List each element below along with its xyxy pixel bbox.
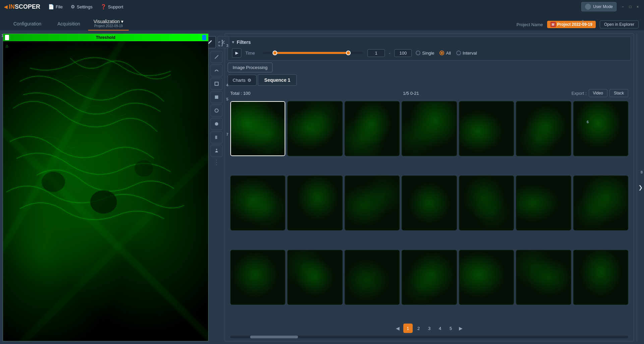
tab-acquisition[interactable]: Acquisition [49,18,88,30]
grid-item-1[interactable] [230,101,285,156]
slider-thumb-left[interactable] [273,51,277,55]
grid-item-1-image [231,102,285,155]
time-play-button[interactable]: ▶ [232,48,241,58]
page-3-button[interactable]: 3 [425,324,434,333]
grid-item-5[interactable] [459,101,514,156]
shape-tool[interactable] [211,131,223,143]
circle-outline-tool[interactable] [211,105,223,117]
page-2-button[interactable]: 2 [414,324,423,333]
circle-filled-tool[interactable] [211,118,223,130]
interval-radio[interactable]: Interval [456,51,477,56]
line-tool[interactable] [211,51,223,63]
time-filter-row: ▶ Time 1 - 100 Single [232,48,627,58]
project-name-value: Project 2022-09-19 [557,22,592,27]
file-menu[interactable]: 📄 File [48,4,63,9]
grid-item-16[interactable] [287,250,342,305]
page-5-button[interactable]: 5 [446,324,456,333]
grid-item-21[interactable] [573,250,628,305]
svg-point-8 [216,149,217,150]
grid-item-15[interactable] [230,250,285,305]
grid-item-18[interactable] [402,250,457,305]
logo-chevron: ◂ [4,3,7,11]
image-grid-row3 [228,249,631,321]
image-processing-section: Image Processing [228,63,631,72]
grid-item-13[interactable] [516,176,571,230]
grid-item-7-image [574,102,628,155]
expand-icon[interactable] [218,41,223,47]
minimize-button[interactable]: − [621,4,625,9]
grid-item-9[interactable] [287,176,342,230]
viz-label: Visualization [94,19,120,24]
slider-thumb-right[interactable] [346,51,351,55]
page-1-button[interactable]: 1 [403,324,413,333]
right-edge-panel[interactable]: 8 ❯ [637,33,644,341]
grid-item-6-image [517,102,570,155]
grid-item-8[interactable] [230,176,285,230]
time-from-input[interactable]: 1 [367,49,385,57]
image-processing-button[interactable]: Image Processing [228,63,273,72]
close-button[interactable]: × [635,4,640,9]
all-label: All [446,51,451,56]
page-4-button[interactable]: 4 [435,324,445,333]
image-marker: △ [6,44,8,48]
export-group: Export : Video Stack [572,89,628,97]
svg-rect-5 [215,95,218,99]
grid-item-12[interactable] [459,176,514,230]
stack-export-button[interactable]: Stack [609,89,628,97]
maximize-button[interactable]: □ [628,4,633,9]
user-mode-button[interactable]: User Mode [581,2,617,11]
all-radio[interactable]: All [440,51,451,56]
filters-section: ▾ Filters ▶ Time 1 - 100 [228,37,631,61]
grid-item-19[interactable] [459,250,514,305]
time-to-input[interactable]: 100 [394,49,412,57]
support-menu[interactable]: ❓ Support [101,4,123,9]
grid-item-20[interactable] [516,250,571,305]
grid-item-14[interactable] [573,176,628,230]
step-3: 3 [226,44,228,48]
tab-configuration[interactable]: Configuration [5,18,49,30]
grid-item-4[interactable] [402,101,457,156]
interval-radio-circle [456,51,461,55]
grid-item-2[interactable] [287,101,342,156]
scrollbar-thumb[interactable] [250,336,298,338]
slider-track [275,52,348,54]
person-tool[interactable] [211,145,223,157]
more-options[interactable]: ⋮ [213,158,220,166]
charts-button[interactable]: Charts ⚙ [228,75,256,86]
grid-item-16-image [288,251,342,304]
next-page-button[interactable]: ▶ [457,324,465,332]
charts-label: Charts [233,78,245,83]
rect-outline-tool[interactable] [211,78,223,90]
sequence-tab[interactable]: Sequence 1 [258,74,297,86]
grid-item-5-image [460,102,513,155]
step-8: 8 [641,170,643,174]
rect-filled-tool[interactable] [211,91,223,103]
open-explorer-button[interactable]: Open in Explorer [600,20,639,28]
horizontal-scrollbar[interactable] [230,336,628,338]
grid-item-3-image [345,102,399,155]
step-7: 7 [226,132,228,136]
prev-page-button[interactable]: ◀ [394,324,402,332]
grid-item-3[interactable] [345,101,400,156]
curve-tool[interactable] [211,64,223,76]
viz-tab-title: Visualization ▾ [94,19,123,24]
video-export-button[interactable]: Video [589,89,607,97]
grid-item-17[interactable] [345,250,400,305]
grid-item-10[interactable] [345,176,400,230]
settings-menu[interactable]: ⚙ Settings [71,4,93,9]
svg-point-0 [42,172,65,192]
threshold-handle-left[interactable] [5,35,9,40]
file-label: File [56,4,63,9]
grid-item-7[interactable] [573,101,628,156]
microscope-image: △ [3,41,208,341]
filters-chevron-icon[interactable]: ▾ [232,40,234,45]
nav-right: Project Name M Project 2022-09-19 Open i… [517,20,639,30]
threshold-handle-right[interactable] [202,35,206,40]
grid-item-6[interactable] [516,101,571,156]
tab-visualization[interactable]: Visualization ▾ Project 2022-09-19 [88,17,129,30]
grid-item-11[interactable] [402,176,457,230]
single-radio[interactable]: Single [416,51,434,56]
single-radio-circle [416,51,420,55]
time-slider[interactable] [263,52,363,54]
threshold-bar: Threshold [3,34,208,41]
